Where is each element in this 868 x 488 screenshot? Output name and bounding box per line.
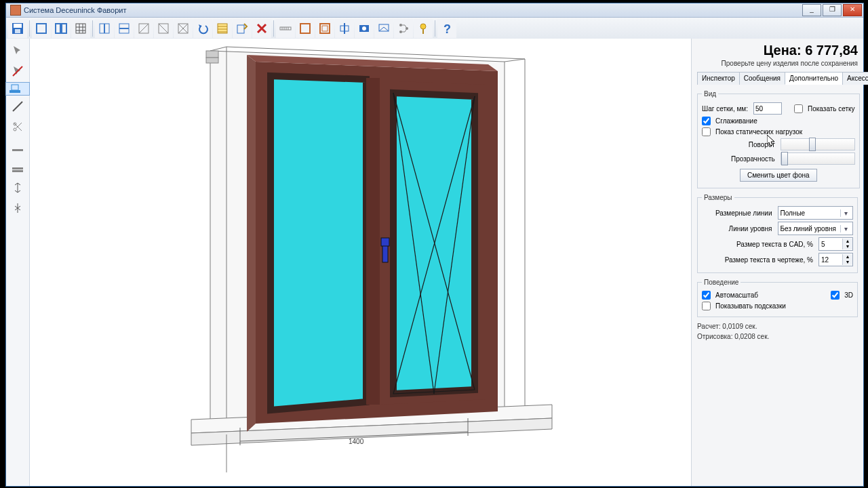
svg-marker-50 xyxy=(271,76,366,410)
variant2-icon[interactable] xyxy=(154,19,173,38)
dimlines-select[interactable]: Полные▾ xyxy=(778,206,854,220)
minimize-button[interactable]: _ xyxy=(802,4,821,16)
svg-rect-19 xyxy=(322,26,328,31)
tab-additional[interactable]: Дополнительно xyxy=(785,72,843,85)
cad-text-spinner[interactable]: ▲▼ xyxy=(818,237,853,251)
dimension-width: 1400 xyxy=(349,438,364,445)
tool-base-icon[interactable] xyxy=(7,158,28,177)
double-sash-icon[interactable] xyxy=(52,19,71,38)
table-icon[interactable] xyxy=(213,19,232,38)
cad-text-label: Размер текста в CAD, % xyxy=(702,241,816,248)
single-sash-icon[interactable] xyxy=(32,19,51,38)
grid-step-input[interactable] xyxy=(753,102,782,115)
tooltips-checkbox[interactable] xyxy=(702,302,711,310)
mullion-h-icon[interactable] xyxy=(115,19,134,38)
variant1-icon[interactable] xyxy=(134,19,153,38)
frame2-icon[interactable] xyxy=(315,19,334,38)
titlebar[interactable]: Система Deceuninck Фаворит _ ❐ ✕ xyxy=(6,3,863,18)
show-grid-label: Показать сетку xyxy=(808,105,855,113)
side-toolbar xyxy=(6,39,30,486)
transparency-slider[interactable] xyxy=(781,152,855,165)
smoothing-label: Сглаживание xyxy=(715,117,757,125)
level-label: Линии уровня xyxy=(702,225,775,232)
tool-cut-icon[interactable] xyxy=(7,117,28,136)
frame1-icon[interactable] xyxy=(296,19,315,38)
svg-rect-4 xyxy=(56,24,60,33)
svg-rect-62 xyxy=(381,238,389,246)
tooltips-label: Показывать подсказки xyxy=(715,302,786,310)
pin-icon[interactable] xyxy=(414,19,433,38)
tool-mullion-del-icon[interactable] xyxy=(7,199,28,218)
svg-rect-39 xyxy=(12,170,23,172)
mullion-v-icon[interactable] xyxy=(95,19,114,38)
screenshot-icon[interactable] xyxy=(355,19,374,38)
svg-point-28 xyxy=(420,24,426,29)
svg-rect-17 xyxy=(300,24,310,33)
svg-marker-64 xyxy=(247,55,256,432)
help-icon[interactable]: ? xyxy=(437,19,456,38)
svg-rect-38 xyxy=(12,167,23,169)
level-select[interactable]: Без линий уровня▾ xyxy=(778,222,854,235)
svg-rect-52 xyxy=(366,78,380,405)
canvas-3d-view[interactable]: 1400 xyxy=(30,39,691,486)
smoothing-checkbox[interactable] xyxy=(702,117,711,125)
svg-line-34 xyxy=(13,102,22,111)
group-behavior: Поведение Автомасштаб 3D Показывать подс… xyxy=(697,279,858,317)
static-loads-checkbox[interactable] xyxy=(702,127,711,136)
variant3-icon[interactable] xyxy=(174,19,193,38)
svg-point-25 xyxy=(399,24,402,26)
svg-rect-6 xyxy=(76,24,85,33)
render-time: Отрисовка: 0,0208 сек. xyxy=(697,333,858,340)
calc-time: Расчет: 0,0109 сек. xyxy=(697,323,858,330)
svg-rect-3 xyxy=(37,24,46,33)
close-button[interactable]: ✕ xyxy=(843,4,862,16)
svg-rect-16 xyxy=(280,27,291,30)
svg-rect-2 xyxy=(15,29,20,33)
tree-icon[interactable] xyxy=(394,19,413,38)
svg-point-26 xyxy=(399,30,402,33)
svg-line-45 xyxy=(505,59,525,62)
view-icon[interactable] xyxy=(374,19,393,38)
price-hint: Проверьте цену изделия после сохранения xyxy=(697,60,858,67)
delete-icon[interactable] xyxy=(252,19,271,38)
window-title: Система Deceuninck Фаворит xyxy=(24,6,802,14)
tab-accessories[interactable]: Аксессуары xyxy=(842,72,868,85)
static-loads-label: Показ статических нагрузок xyxy=(715,128,802,136)
tool-sill-icon[interactable] xyxy=(5,82,30,96)
rotation-label: Поворот xyxy=(702,141,778,148)
svg-point-35 xyxy=(14,128,16,131)
align-v-icon[interactable] xyxy=(335,19,354,38)
svg-rect-32 xyxy=(9,90,20,93)
tab-messages[interactable]: Сообщения xyxy=(739,72,785,85)
tool-sill2-icon[interactable] xyxy=(7,138,28,157)
maximize-button[interactable]: ❐ xyxy=(823,4,842,16)
draw-text-spinner[interactable]: ▲▼ xyxy=(818,253,853,266)
3d-label: 3D xyxy=(844,291,853,299)
tool-mullion-add-icon[interactable] xyxy=(7,178,28,197)
group-view: Вид Шаг сетки, мм: Показать сетку Сглажи… xyxy=(697,90,860,188)
autoscale-checkbox[interactable] xyxy=(702,291,711,300)
tool-select-icon[interactable] xyxy=(7,41,28,60)
svg-point-23 xyxy=(362,26,366,30)
tab-inspector[interactable]: Инспектор xyxy=(697,72,740,85)
3d-checkbox[interactable] xyxy=(831,291,840,300)
dimlines-label: Размерные линии xyxy=(702,209,775,217)
change-bg-button[interactable]: Сменить цвет фона xyxy=(740,169,817,182)
autoscale-label: Автомасштаб xyxy=(715,291,758,299)
save-icon[interactable] xyxy=(8,19,27,38)
measure-icon[interactable] xyxy=(276,19,295,38)
draw-text-label: Размер текста в чертеже, % xyxy=(702,256,816,264)
undo-icon[interactable] xyxy=(193,19,212,38)
properties-panel: Цена: 6 777,84 Проверьте цену изделия по… xyxy=(691,39,863,486)
svg-rect-66 xyxy=(206,58,218,63)
export-icon[interactable] xyxy=(233,19,252,38)
grid-icon[interactable] xyxy=(71,19,90,38)
rotation-slider[interactable] xyxy=(781,138,855,150)
show-grid-checkbox[interactable] xyxy=(794,104,803,113)
tool-erase-icon[interactable] xyxy=(7,62,28,81)
tool-line-icon[interactable] xyxy=(7,97,28,116)
svg-rect-65 xyxy=(206,51,218,58)
svg-rect-37 xyxy=(12,149,23,151)
svg-line-44 xyxy=(210,47,226,51)
svg-rect-18 xyxy=(320,24,330,33)
